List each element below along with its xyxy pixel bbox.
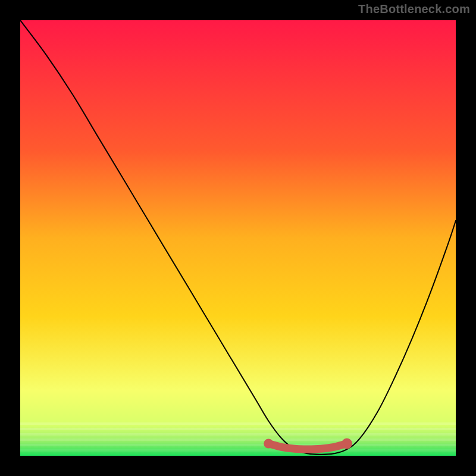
- chart-plot-area: [20, 20, 456, 456]
- svg-rect-4: [20, 444, 456, 446]
- svg-rect-0: [20, 422, 456, 425]
- marker-start-dot: [264, 439, 273, 449]
- marker-end-dot: [342, 439, 352, 449]
- chart-background: [20, 20, 456, 456]
- svg-rect-3: [20, 439, 456, 441]
- chart-svg: [20, 20, 456, 456]
- svg-rect-2: [20, 433, 456, 436]
- watermark-text: TheBottleneck.com: [358, 2, 470, 16]
- svg-rect-5: [20, 449, 456, 452]
- chart-frame: TheBottleneck.com: [0, 0, 476, 476]
- svg-rect-1: [20, 428, 456, 430]
